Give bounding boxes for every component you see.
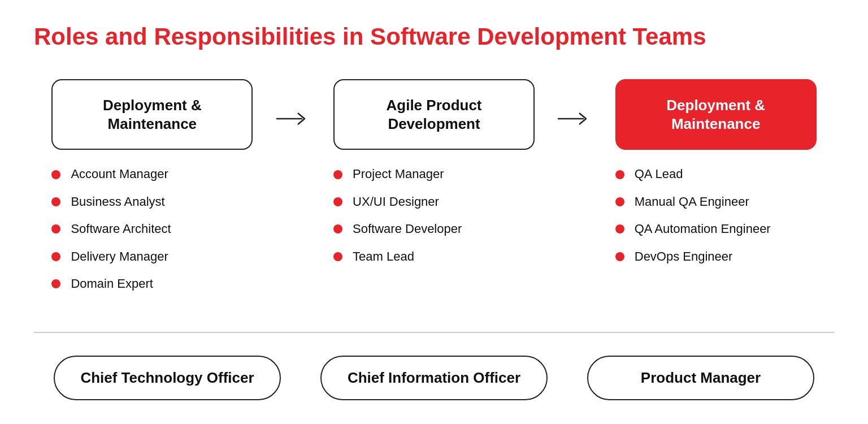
list-item: Business Analyst (51, 194, 253, 209)
bottom-col-3: Product Manager (567, 356, 834, 400)
box-agile-product: Agile ProductDevelopment (333, 79, 535, 150)
item-label: Account Manager (71, 167, 168, 181)
column-3: Deployment &Maintenance QA Lead Manual Q… (597, 79, 834, 276)
bullet-dot (615, 197, 624, 206)
item-label: Software Developer (353, 222, 462, 236)
bullet-dot (615, 170, 624, 179)
bottom-col-1: Chief Technology Officer (34, 356, 301, 400)
bullet-dot (333, 224, 342, 233)
list-item: UX/UI Designer (333, 194, 535, 209)
list-item: QA Automation Engineer (615, 222, 817, 236)
box-deployment-maintenance: Deployment &Maintenance (51, 79, 253, 150)
bullet-dot (333, 170, 342, 179)
item-label: DevOps Engineer (635, 249, 733, 264)
bullet-dot (615, 252, 624, 261)
item-label: Software Architect (71, 222, 171, 236)
list-item: Software Architect (51, 222, 253, 236)
bullet-dot (615, 224, 624, 233)
pill-label-pm: Product Manager (641, 369, 761, 386)
bullet-dot (51, 224, 60, 233)
list-item: Delivery Manager (51, 249, 253, 264)
top-section: Deployment &Maintenance Account Manager … (34, 79, 834, 304)
list-item: QA Lead (615, 167, 817, 181)
bullet-dot (333, 252, 342, 261)
box-label-1: Deployment &Maintenance (103, 97, 202, 132)
pill-cto: Chief Technology Officer (54, 356, 280, 400)
right-arrow-1 (276, 110, 310, 127)
bullet-dot (51, 170, 60, 179)
bullet-list-2: Project Manager UX/UI Designer Software … (333, 167, 535, 276)
pill-cio: Chief Information Officer (320, 356, 547, 400)
page-title: Roles and Responsibilities in Software D… (34, 23, 834, 51)
list-item: Manual QA Engineer (615, 194, 817, 209)
bottom-section: Chief Technology Officer Chief Informati… (34, 356, 834, 400)
main-content: Deployment &Maintenance Account Manager … (34, 79, 834, 400)
bullet-list-1: Account Manager Business Analyst Softwar… (51, 167, 253, 304)
list-item: Project Manager (333, 167, 535, 181)
column-1: Deployment &Maintenance Account Manager … (34, 79, 271, 304)
bullet-dot (51, 197, 60, 206)
section-divider (34, 332, 834, 333)
pill-label-cio: Chief Information Officer (348, 369, 520, 386)
bullet-dot (333, 197, 342, 206)
item-label: Business Analyst (71, 194, 164, 209)
list-item: Domain Expert (51, 276, 253, 291)
list-item: Team Lead (333, 249, 535, 264)
bullet-list-3: QA Lead Manual QA Engineer QA Automation… (615, 167, 817, 276)
item-label: Manual QA Engineer (635, 194, 749, 209)
bottom-col-2: Chief Information Officer (301, 356, 567, 400)
box-label-3: Deployment &Maintenance (666, 97, 765, 132)
arrow-2-col (552, 79, 597, 127)
arrow-1-col (271, 79, 316, 127)
box-label-2: Agile ProductDevelopment (387, 97, 482, 132)
pill-pm: Product Manager (587, 356, 814, 400)
item-label: QA Lead (635, 167, 683, 181)
list-item: Software Developer (333, 222, 535, 236)
item-label: UX/UI Designer (353, 194, 439, 209)
item-label: Team Lead (353, 249, 414, 264)
item-label: QA Automation Engineer (635, 222, 771, 236)
list-item: Account Manager (51, 167, 253, 181)
right-arrow-2 (558, 110, 592, 127)
box-deployment-maintenance-highlighted: Deployment &Maintenance (615, 79, 817, 150)
item-label: Domain Expert (71, 276, 153, 291)
bullet-dot (51, 252, 60, 261)
column-2: Agile ProductDevelopment Project Manager… (316, 79, 553, 276)
list-item: DevOps Engineer (615, 249, 817, 264)
item-label: Delivery Manager (71, 249, 168, 264)
item-label: Project Manager (353, 167, 444, 181)
pill-label-cto: Chief Technology Officer (80, 369, 254, 386)
bullet-dot (51, 279, 60, 288)
